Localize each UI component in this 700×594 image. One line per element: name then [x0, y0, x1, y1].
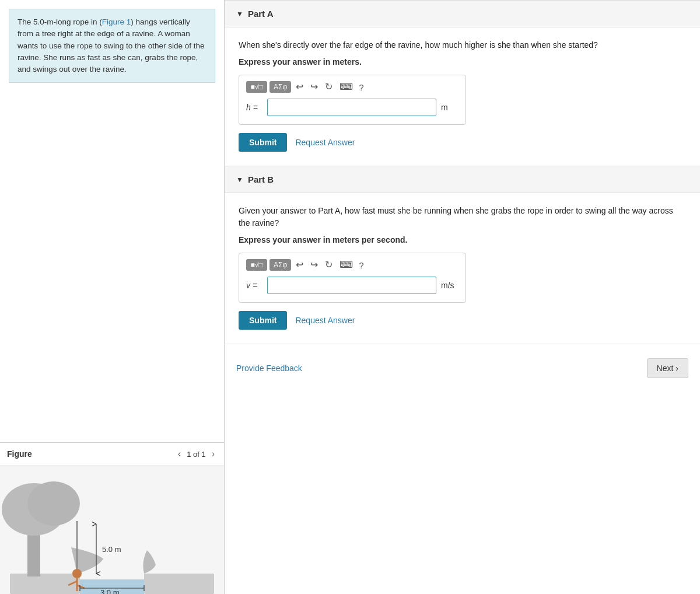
part-b-symbol-btn[interactable]: ΑΣφ: [270, 259, 291, 271]
figure-next-button[interactable]: ›: [209, 448, 217, 460]
part-a-keyboard-btn[interactable]: ⌨: [337, 81, 355, 93]
part-a-express: Express your answer in meters.: [239, 57, 686, 67]
part-b-keyboard-btn[interactable]: ⌨: [337, 259, 355, 271]
figure-title: Figure: [7, 449, 32, 459]
part-b-label: Part B: [248, 174, 274, 184]
right-panel: ▼ Part A When she's directly over the fa…: [225, 0, 700, 594]
part-a-input[interactable]: [267, 99, 436, 116]
part-b-undo-btn[interactable]: ↩: [293, 259, 306, 271]
part-b-section: ▼ Part B Given your answer to Part A, ho…: [225, 166, 700, 344]
svg-text:3.0 m: 3.0 m: [100, 588, 120, 594]
figure-page: 1 of 1: [187, 450, 206, 459]
part-b-actions: Submit Request Answer: [239, 311, 686, 330]
part-a-body: When she's directly over the far edge of…: [225, 27, 700, 166]
part-a-section: ▼ Part A When she's directly over the fa…: [225, 1, 700, 166]
part-b-answer-box: ■√□ ΑΣφ ↩ ↪ ↻ ⌨ ? v = m/s: [239, 253, 466, 303]
part-b-redo-btn[interactable]: ↪: [308, 259, 320, 271]
part-a-refresh-btn[interactable]: ↻: [323, 81, 335, 93]
part-a-header: ▼ Part A: [225, 1, 700, 27]
part-a-submit-button[interactable]: Submit: [239, 133, 287, 152]
part-a-label: Part A: [248, 9, 274, 19]
part-a-toolbar: ■√□ ΑΣφ ↩ ↪ ↻ ⌨ ?: [246, 81, 459, 93]
part-b-body: Given your answer to Part A, how fast mu…: [225, 193, 700, 344]
part-a-redo-btn[interactable]: ↪: [308, 81, 320, 93]
figure-image: 5.0 m 3.0 m: [0, 466, 224, 594]
part-a-actions: Submit Request Answer: [239, 133, 686, 152]
part-a-symbol-btn[interactable]: ΑΣφ: [270, 81, 291, 93]
part-b-eq-label: v =: [246, 281, 262, 290]
next-arrow-icon: ›: [676, 364, 678, 373]
svg-point-9: [72, 569, 82, 578]
figure-section: Figure ‹ 1 of 1 ›: [0, 442, 224, 594]
part-b-unit: m/s: [441, 281, 459, 290]
next-button[interactable]: Next ›: [647, 358, 688, 378]
svg-rect-0: [10, 574, 80, 594]
part-a-help-icon[interactable]: ?: [358, 82, 365, 92]
svg-text:5.0 m: 5.0 m: [102, 545, 121, 554]
figure-header: Figure ‹ 1 of 1 ›: [0, 443, 224, 466]
part-a-undo-btn[interactable]: ↩: [293, 81, 306, 93]
next-label: Next: [657, 364, 674, 373]
part-a-answer-box: ■√□ ΑΣφ ↩ ↪ ↻ ⌨ ? h = m: [239, 75, 466, 125]
part-a-unit: m: [441, 103, 459, 112]
part-a-input-row: h = m: [246, 99, 459, 116]
part-a-collapse-icon[interactable]: ▼: [236, 10, 243, 18]
footer: Provide Feedback Next ›: [225, 350, 700, 386]
left-panel: The 5.0-m-long rope in (Figure 1) hangs …: [0, 0, 225, 594]
part-b-input[interactable]: [267, 277, 436, 294]
part-a-eq-label: h =: [246, 103, 262, 112]
part-b-math-btn[interactable]: ■√□: [246, 259, 267, 271]
part-b-help-icon[interactable]: ?: [358, 260, 365, 270]
part-b-submit-button[interactable]: Submit: [239, 311, 287, 330]
svg-point-5: [27, 481, 80, 526]
part-b-input-row: v = m/s: [246, 277, 459, 294]
part-a-request-link[interactable]: Request Answer: [295, 138, 355, 147]
figure-prev-button[interactable]: ‹: [176, 448, 183, 460]
problem-text: The 5.0-m-long rope in (Figure 1) hangs …: [9, 9, 215, 83]
part-b-header: ▼ Part B: [225, 166, 700, 193]
part-b-request-link[interactable]: Request Answer: [295, 316, 355, 325]
part-b-toolbar: ■√□ ΑΣφ ↩ ↪ ↻ ⌨ ?: [246, 259, 459, 271]
part-a-math-btn[interactable]: ■√□: [246, 81, 267, 93]
part-b-express: Express your answer in meters per second…: [239, 235, 686, 244]
figure-nav: ‹ 1 of 1 ›: [176, 448, 217, 460]
part-b-refresh-btn[interactable]: ↻: [323, 259, 335, 271]
part-b-question: Given your answer to Part A, how fast mu…: [239, 205, 686, 229]
feedback-link[interactable]: Provide Feedback: [236, 364, 302, 373]
svg-rect-1: [144, 574, 214, 594]
figure-link[interactable]: Figure 1: [102, 18, 131, 26]
part-b-collapse-icon[interactable]: ▼: [236, 176, 243, 184]
part-a-question: When she's directly over the far edge of…: [239, 39, 686, 51]
